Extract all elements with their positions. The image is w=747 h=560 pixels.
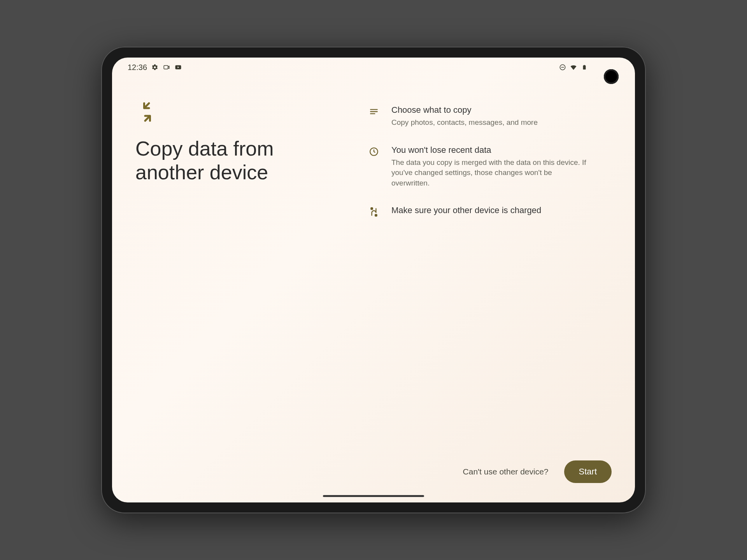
info-title: You won't lose recent data [391, 145, 587, 155]
info-item-choose: Choose what to copy Copy photos, contact… [369, 105, 587, 128]
info-title: Choose what to copy [391, 105, 587, 115]
battery-icon [580, 63, 588, 71]
info-item-charged: Make sure your other device is charged [369, 205, 587, 219]
clock-icon [369, 147, 381, 158]
svg-rect-5 [584, 65, 585, 66]
status-time: 12:36 [128, 63, 147, 72]
wifi-icon [570, 63, 577, 71]
list-icon [369, 107, 381, 118]
svg-rect-11 [375, 215, 377, 216]
info-desc: Copy photos, contacts, messages, and mor… [391, 117, 587, 128]
camera-icon [163, 63, 170, 71]
dnd-icon [559, 63, 566, 71]
left-column: Copy data from another device [135, 100, 338, 460]
screen: 12:36 [112, 58, 635, 502]
youtube-icon [174, 63, 182, 71]
svg-rect-0 [164, 66, 168, 69]
content-area: Copy data from another device Choose wha… [112, 77, 635, 460]
cable-icon [369, 207, 381, 219]
svg-rect-4 [583, 65, 586, 70]
info-title: Make sure your other device is charged [391, 205, 587, 215]
page-title: Copy data from another device [135, 137, 338, 185]
cant-use-device-button[interactable]: Can't use other device? [463, 467, 549, 476]
settings-icon [151, 63, 159, 71]
status-bar: 12:36 [112, 58, 635, 77]
transfer-arrows-icon [135, 100, 159, 124]
device-frame: 12:36 [101, 47, 646, 513]
svg-rect-10 [371, 208, 372, 210]
gesture-nav-bar[interactable] [323, 495, 424, 497]
right-column: Choose what to copy Copy photos, contact… [369, 100, 587, 460]
start-button[interactable]: Start [564, 460, 612, 483]
camera-cutout [604, 69, 619, 84]
info-desc: The data you copy is merged with the dat… [391, 158, 587, 189]
info-item-nolose: You won't lose recent data The data you … [369, 145, 587, 189]
